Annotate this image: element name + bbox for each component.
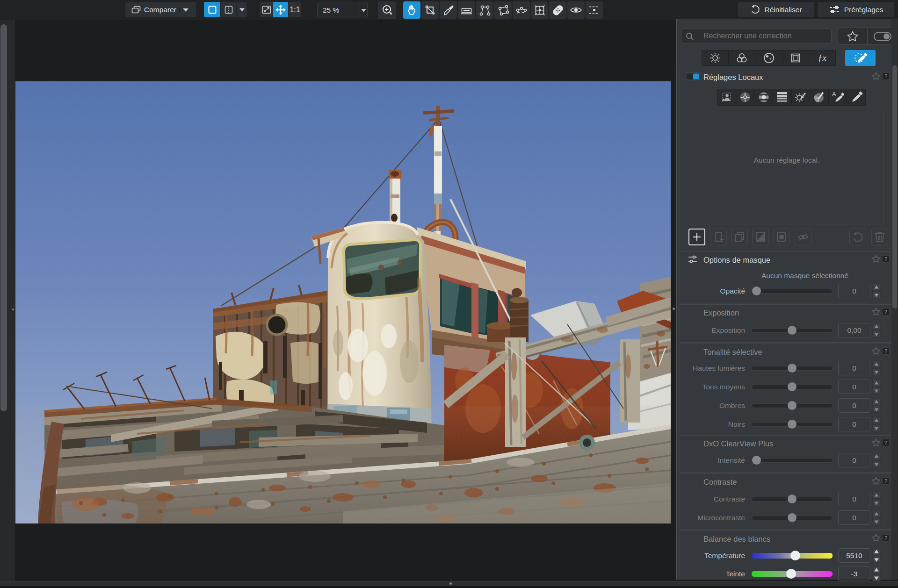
svg-text:A: A — [832, 91, 836, 98]
